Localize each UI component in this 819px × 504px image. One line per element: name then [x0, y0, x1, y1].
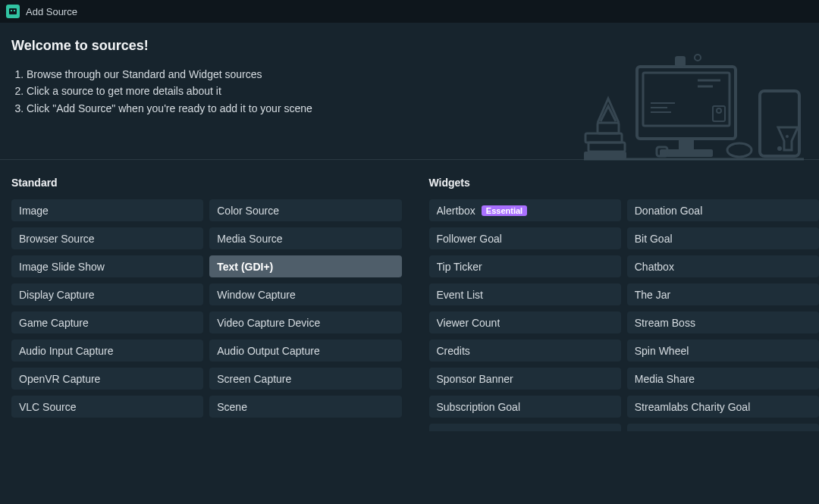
widgets-grid: AlertboxEssentialDonation GoalFollower G… — [429, 199, 820, 418]
widget-tile[interactable]: Bit Goal — [627, 227, 819, 249]
widget-tile[interactable]: Viewer Count — [429, 311, 621, 333]
svg-point-16 — [695, 55, 701, 61]
logo-glyph — [8, 7, 17, 16]
widget-tile[interactable]: Event List — [429, 283, 621, 305]
standard-tile[interactable]: Audio Input Capture — [11, 340, 203, 362]
standard-tile[interactable]: Display Capture — [11, 283, 203, 305]
widget-tile-label: Viewer Count — [437, 317, 500, 329]
svg-point-14 — [717, 108, 721, 113]
svg-point-24 — [777, 146, 782, 151]
svg-rect-17 — [598, 123, 619, 133]
widget-tile-label: Streamlabs Charity Goal — [635, 401, 751, 413]
standard-tile[interactable]: Browser Source — [11, 227, 203, 249]
widget-tile[interactable]: Subscription Goal — [429, 396, 621, 418]
standard-tile-label: Text (GDI+) — [217, 261, 273, 273]
widget-tile-label: Event List — [437, 289, 483, 301]
widget-tile[interactable]: AlertboxEssential — [429, 199, 621, 221]
widget-tile-label: Follower Goal — [437, 233, 502, 245]
standard-tile[interactable]: Image Slide Show — [11, 255, 203, 277]
standard-tile-label: Image Slide Show — [19, 261, 105, 273]
widget-tile[interactable]: Streamlabs Charity Goal — [627, 396, 819, 418]
standard-tile-label: Audio Input Capture — [19, 345, 114, 357]
standard-tile[interactable]: Media Source — [209, 227, 401, 249]
widget-tile-partial[interactable] — [429, 424, 621, 431]
svg-rect-6 — [679, 139, 694, 149]
widget-tile-label: Tip Ticker — [437, 261, 482, 273]
widget-tile-label: Subscription Goal — [437, 401, 521, 413]
widget-tile-label: The Jar — [635, 289, 670, 301]
svg-point-22 — [727, 143, 752, 157]
widget-tile[interactable]: Sponsor Banner — [429, 368, 621, 390]
standard-tile[interactable]: OpenVR Capture — [11, 368, 203, 390]
widget-tile[interactable]: Credits — [429, 340, 621, 362]
sources-area: Standard ImageColor SourceBrowser Source… — [0, 160, 819, 431]
widgets-column: Widgets AlertboxEssentialDonation GoalFo… — [429, 177, 820, 431]
standard-tile[interactable]: Scene — [209, 396, 401, 418]
standard-tile[interactable]: Image — [11, 199, 203, 221]
standard-tile[interactable]: Window Capture — [209, 283, 401, 305]
standard-tile-label: Scene — [217, 401, 247, 413]
widget-tile[interactable]: Media Share — [627, 368, 819, 390]
widgets-title: Widgets — [429, 177, 820, 189]
standard-tile[interactable]: Text (GDI+) — [209, 255, 401, 277]
standard-tile-label: Display Capture — [19, 289, 95, 301]
svg-point-25 — [786, 135, 789, 138]
svg-rect-19 — [588, 142, 625, 152]
standard-tile-label: Image — [19, 205, 49, 217]
standard-tile[interactable]: VLC Source — [11, 396, 203, 418]
widget-tile-label: Sponsor Banner — [437, 373, 513, 385]
widget-tile-partial[interactable] — [627, 424, 819, 431]
widget-tile[interactable]: Stream Boss — [627, 311, 819, 333]
standard-tile-label: Color Source — [217, 205, 279, 217]
standard-tile-label: VLC Source — [19, 401, 76, 413]
standard-tile-label: Audio Output Capture — [217, 345, 319, 357]
window-title: Add Source — [26, 6, 77, 17]
welcome-heading: Welcome to sources! — [11, 38, 808, 54]
standard-title: Standard — [11, 177, 402, 189]
widget-tile[interactable]: Follower Goal — [429, 227, 621, 249]
widget-tile-label: Spin Wheel — [635, 345, 689, 357]
standard-tile[interactable]: Video Capture Device — [209, 311, 401, 333]
widget-tile[interactable]: The Jar — [627, 283, 819, 305]
svg-rect-2 — [14, 10, 15, 11]
standard-tile[interactable]: Screen Capture — [209, 368, 401, 390]
standard-column: Standard ImageColor SourceBrowser Source… — [11, 177, 402, 431]
widget-tile-label: Stream Boss — [635, 317, 695, 329]
svg-rect-20 — [584, 152, 626, 159]
standard-tile-label: Game Capture — [19, 317, 89, 329]
svg-rect-0 — [9, 8, 17, 14]
standard-tile-label: Window Capture — [217, 289, 296, 301]
widget-tile-label: Bit Goal — [635, 233, 673, 245]
svg-rect-18 — [585, 133, 622, 142]
widget-tile-label: Credits — [437, 345, 470, 357]
widget-tile-label: Media Share — [635, 373, 695, 385]
standard-tile-label: Media Source — [217, 233, 282, 245]
standard-tile-label: Screen Capture — [217, 373, 291, 385]
app-icon — [6, 5, 20, 18]
svg-rect-1 — [11, 10, 12, 11]
welcome-panel: Welcome to sources! Browse through our S… — [0, 23, 819, 160]
standard-tile[interactable]: Audio Output Capture — [209, 340, 401, 362]
widget-tile[interactable]: Donation Goal — [627, 199, 819, 221]
widget-tile[interactable]: Spin Wheel — [627, 340, 819, 362]
standard-tile-label: Video Capture Device — [217, 317, 320, 329]
titlebar: Add Source — [0, 0, 819, 23]
standard-tile-label: Browser Source — [19, 233, 95, 245]
standard-tile[interactable]: Color Source — [209, 199, 401, 221]
standard-tile[interactable]: Game Capture — [11, 311, 203, 333]
essential-badge: Essential — [482, 205, 527, 216]
widget-tile[interactable]: Chatbox — [627, 255, 819, 277]
hero-illustration — [584, 53, 804, 167]
standard-tile-label: OpenVR Capture — [19, 373, 100, 385]
svg-rect-15 — [675, 56, 686, 67]
standard-grid: ImageColor SourceBrowser SourceMedia Sou… — [11, 199, 402, 418]
widget-tile-label: Donation Goal — [635, 205, 703, 217]
widget-tile[interactable]: Tip Ticker — [429, 255, 621, 277]
widget-tile-label: Alertbox — [437, 205, 475, 217]
widget-tile-label: Chatbox — [635, 261, 674, 273]
